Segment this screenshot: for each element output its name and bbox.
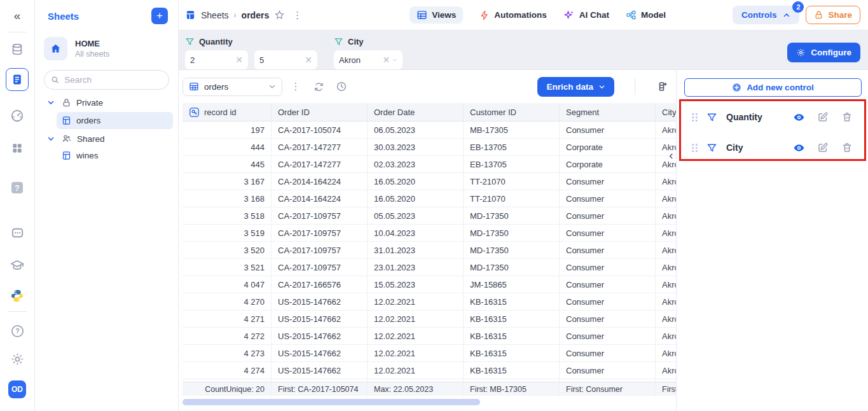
- table-cell[interactable]: Consumer: [560, 293, 656, 310]
- column-header-record-id[interactable]: record id: [183, 103, 272, 121]
- drag-handle-icon[interactable]: [691, 143, 699, 153]
- table-cell[interactable]: 5 301: [183, 379, 272, 382]
- table-cell[interactable]: 12.02.2021: [368, 345, 464, 361]
- sidebar-item-help[interactable]: ?: [6, 319, 29, 342]
- table-cell[interactable]: CA-2017-109757: [272, 259, 368, 275]
- table-cell[interactable]: US-2015-147662: [272, 328, 368, 344]
- history-button[interactable]: [332, 77, 351, 96]
- table-cell[interactable]: 12.02.2021: [368, 310, 464, 327]
- delete-control-button[interactable]: [839, 139, 855, 156]
- table-cell[interactable]: MD-17350: [464, 242, 560, 258]
- city-select-field[interactable]: ✕: [334, 50, 403, 69]
- tab-views[interactable]: Views: [410, 6, 463, 24]
- table-cell[interactable]: TT-21070: [464, 173, 560, 190]
- configure-button[interactable]: Configure: [787, 43, 860, 62]
- table-cell[interactable]: US-2015-147662: [272, 310, 368, 327]
- tree-item-orders[interactable]: orders: [57, 112, 173, 129]
- column-header-customer-id[interactable]: Customer ID: [464, 103, 560, 121]
- sidebar-item-database[interactable]: [6, 38, 29, 61]
- table-cell[interactable]: 31.01.2023: [368, 242, 464, 258]
- table-cell[interactable]: Akron: [656, 122, 676, 138]
- table-cell[interactable]: Akron: [656, 328, 676, 344]
- aggregate-cell[interactable]: First: Consumer: [560, 382, 656, 396]
- table-cell[interactable]: Consumer: [560, 259, 656, 275]
- edit-control-button[interactable]: [815, 139, 831, 156]
- table-cell[interactable]: MD-17350: [464, 207, 560, 224]
- grid-more-menu[interactable]: ⋮: [286, 77, 305, 96]
- table-cell[interactable]: 30.03.2023: [368, 139, 464, 155]
- table-cell[interactable]: Consumer: [560, 310, 656, 327]
- quantity-min-input[interactable]: [190, 55, 233, 65]
- table-cell[interactable]: US-2015-147662: [272, 362, 368, 379]
- table-cell[interactable]: 4 047: [183, 276, 272, 293]
- table-cell[interactable]: 12.02.2021: [368, 362, 464, 379]
- table-cell[interactable]: TT-21070: [464, 190, 560, 207]
- sidebar-item-python[interactable]: [6, 284, 29, 307]
- table-cell[interactable]: Akron: [656, 310, 676, 327]
- table-cell[interactable]: Consumer: [560, 276, 656, 293]
- tree-item-wines[interactable]: wines: [57, 147, 173, 164]
- aggregate-cell[interactable]: First: MB-17305: [464, 382, 560, 396]
- table-cell[interactable]: CA-2014-164224: [272, 190, 368, 207]
- table-cell[interactable]: Akron: [656, 379, 676, 382]
- table-cell[interactable]: Akron: [656, 173, 676, 190]
- table-cell[interactable]: 15.05.2023: [368, 276, 464, 293]
- aggregate-cell[interactable]: First: CA-2017-105074: [272, 382, 368, 396]
- table-cell[interactable]: Consumer: [560, 328, 656, 344]
- table-cell[interactable]: 12.02.2021: [368, 293, 464, 310]
- delete-control-button[interactable]: [839, 109, 855, 125]
- column-header-city[interactable]: City: [656, 103, 676, 121]
- control-item-quantity[interactable]: Quantity: [691, 104, 855, 130]
- table-cell[interactable]: 3 521: [183, 259, 272, 275]
- table-cell[interactable]: MD-17350: [464, 259, 560, 275]
- edit-control-button[interactable]: [815, 109, 831, 125]
- chevron-down-icon[interactable]: [45, 99, 57, 106]
- table-cell[interactable]: CA-2017-109757: [272, 225, 368, 241]
- table-cell[interactable]: CA-2017-147493: [272, 379, 368, 382]
- table-cell[interactable]: Consumer: [560, 190, 656, 207]
- table-cell[interactable]: 12.02.2021: [368, 328, 464, 344]
- table-cell[interactable]: 4 273: [183, 345, 272, 361]
- refresh-button[interactable]: [309, 77, 328, 96]
- table-cell[interactable]: 4 271: [183, 310, 272, 327]
- tab-automations[interactable]: Automations: [479, 10, 547, 20]
- table-cell[interactable]: 197: [183, 122, 272, 138]
- add-column-button[interactable]: [653, 77, 672, 96]
- aggregate-cell[interactable]: Max: 22.05.2023: [368, 382, 464, 396]
- table-cell[interactable]: EB-13705: [464, 156, 560, 172]
- table-cell[interactable]: Consumer: [560, 225, 656, 241]
- table-cell[interactable]: Corporate: [560, 156, 656, 172]
- table-cell[interactable]: CA-2017-105074: [272, 122, 368, 138]
- table-cell[interactable]: 05.05.2023: [368, 207, 464, 224]
- sidebar-item-apps[interactable]: [6, 137, 29, 160]
- table-cell[interactable]: Akron: [656, 276, 676, 293]
- sidebar-item-sheets[interactable]: [6, 68, 29, 91]
- clear-icon[interactable]: ✕: [383, 55, 390, 64]
- table-cell[interactable]: Akron: [656, 190, 676, 207]
- table-cell[interactable]: CA-2017-109757: [272, 242, 368, 258]
- add-new-control-button[interactable]: Add new control: [684, 78, 862, 97]
- table-cell[interactable]: KH-16630: [464, 379, 560, 382]
- table-cell[interactable]: CA-2017-109757: [272, 207, 368, 224]
- drag-handle-icon[interactable]: [691, 112, 699, 123]
- sidebar-item-settings[interactable]: [6, 347, 29, 370]
- table-cell[interactable]: 16.05.2020: [368, 173, 464, 190]
- table-cell[interactable]: Akron: [656, 207, 676, 224]
- breadcrumb-root[interactable]: Sheets: [201, 10, 229, 20]
- clear-icon[interactable]: ✕: [305, 55, 312, 64]
- more-menu-icon[interactable]: ⋮: [290, 10, 305, 21]
- table-cell[interactable]: Akron: [656, 225, 676, 241]
- city-select-input[interactable]: [339, 55, 380, 65]
- controls-button[interactable]: Controls 2: [733, 6, 800, 24]
- table-cell[interactable]: 22.05.2023: [368, 379, 464, 382]
- table-cell[interactable]: 4 272: [183, 328, 272, 344]
- share-button[interactable]: Share: [806, 6, 860, 24]
- chevron-down-icon[interactable]: [45, 135, 57, 143]
- table-cell[interactable]: Consumer: [560, 122, 656, 138]
- table-cell[interactable]: 4 270: [183, 293, 272, 310]
- table-cell[interactable]: 23.01.2023: [368, 259, 464, 275]
- table-cell[interactable]: Consumer: [560, 173, 656, 190]
- control-item-city[interactable]: City: [691, 135, 855, 160]
- add-sheet-button[interactable]: +: [151, 8, 168, 24]
- visibility-toggle[interactable]: [790, 109, 807, 125]
